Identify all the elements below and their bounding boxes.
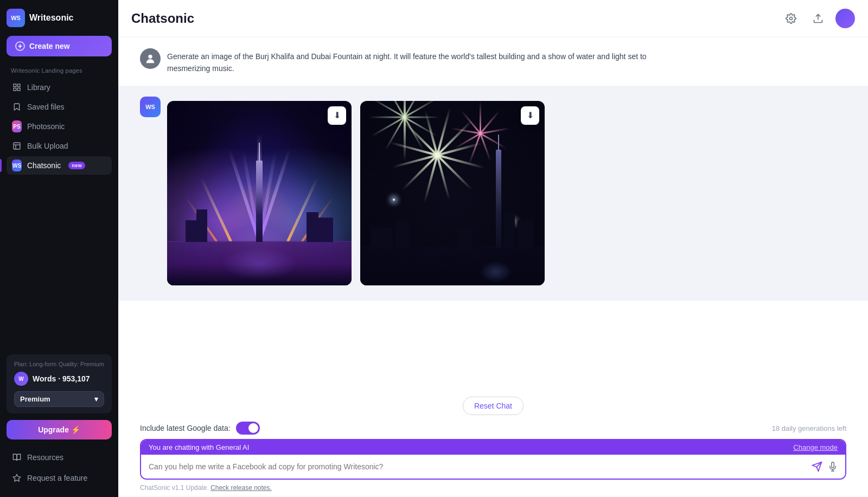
chat-input-header: You are chatting with General AI Change … bbox=[141, 440, 845, 455]
premium-dropdown[interactable]: Premium ▾ bbox=[14, 391, 104, 407]
words-icon: W bbox=[14, 372, 28, 386]
svg-rect-1 bbox=[17, 84, 20, 87]
logo-icon: WS bbox=[7, 9, 25, 27]
chat-input-row bbox=[141, 455, 845, 479]
page-title: Chatsonic bbox=[131, 11, 194, 26]
sidebar-item-library[interactable]: Library bbox=[7, 78, 112, 97]
star-icon bbox=[12, 473, 22, 483]
sidebar-item-photosonic[interactable]: PS Photosonic bbox=[7, 117, 112, 136]
sidebar-item-request-feature[interactable]: Request a feature bbox=[7, 469, 112, 487]
bulk-upload-icon bbox=[12, 141, 22, 151]
svg-rect-3 bbox=[17, 88, 20, 91]
upload-button[interactable] bbox=[808, 9, 828, 28]
user-message: Generate an image of the Burj Khalifa an… bbox=[118, 37, 868, 86]
sidebar-item-bulk-upload[interactable]: Bulk Upload bbox=[7, 137, 112, 155]
chat-mode-label: You are chatting with General AI bbox=[149, 443, 249, 451]
change-mode-link[interactable]: Change mode bbox=[793, 443, 838, 451]
chatsonic-label: Chatsonic bbox=[27, 161, 61, 170]
image-card-fireworks: ⬇ bbox=[360, 101, 545, 285]
quality-label: Quality: Premium bbox=[59, 361, 104, 367]
main-content: Chatsonic Generate an image of the Burj … bbox=[118, 0, 868, 497]
reset-chat-button[interactable]: Reset Chat bbox=[463, 397, 524, 415]
resources-label: Resources bbox=[27, 453, 63, 462]
toggle-thumb bbox=[248, 423, 258, 433]
sidebar-bottom-items: Resources Request a feature bbox=[7, 448, 112, 488]
topbar: Chatsonic bbox=[118, 0, 868, 37]
app-name: Writesonic bbox=[29, 13, 74, 23]
plan-row: Plan: Long-form Quality: Premium bbox=[14, 361, 104, 367]
svg-rect-4 bbox=[14, 143, 20, 149]
svg-point-8 bbox=[790, 17, 793, 20]
svg-point-10 bbox=[148, 55, 152, 59]
svg-marker-7 bbox=[13, 474, 20, 481]
generations-left: 18 daily generations left bbox=[772, 424, 846, 432]
upgrade-label: Upgrade ⚡ bbox=[38, 425, 80, 434]
grid-icon bbox=[12, 82, 22, 92]
google-data-toggle[interactable] bbox=[236, 422, 260, 435]
svg-rect-2 bbox=[14, 88, 16, 91]
chevron-down-icon: ▾ bbox=[94, 395, 98, 403]
upgrade-button[interactable]: Upgrade ⚡ bbox=[7, 420, 112, 439]
release-notes-link[interactable]: Check release notes. bbox=[210, 484, 272, 492]
release-notes-text: ChatSonic v1.1 Update. bbox=[140, 484, 209, 492]
library-label: Library bbox=[27, 83, 50, 92]
saved-files-label: Saved files bbox=[27, 103, 64, 111]
book-icon bbox=[12, 453, 22, 462]
send-button[interactable] bbox=[812, 461, 822, 472]
plan-label: Plan: Long-form bbox=[14, 361, 56, 367]
topbar-actions bbox=[781, 9, 855, 28]
plan-box: Plan: Long-form Quality: Premium W Words… bbox=[7, 354, 112, 413]
section-label: Writesonic Landing pages bbox=[7, 67, 112, 74]
photosonic-icon: PS bbox=[12, 122, 22, 131]
user-avatar bbox=[140, 48, 161, 69]
chat-controls: Reset Chat Include latest Google data: 1… bbox=[118, 390, 868, 497]
premium-label: Premium bbox=[20, 395, 50, 403]
svg-rect-0 bbox=[14, 84, 16, 87]
avatar[interactable] bbox=[835, 9, 855, 28]
chatsonic-icon: WS bbox=[12, 161, 22, 170]
settings-button[interactable] bbox=[781, 9, 801, 28]
sidebar: WS Writesonic + Create new Writesonic La… bbox=[0, 0, 118, 497]
download-btn-2[interactable]: ⬇ bbox=[521, 106, 539, 125]
create-new-button[interactable]: + Create new bbox=[7, 36, 112, 56]
sidebar-logo: WS Writesonic bbox=[7, 9, 112, 27]
image-card-fountain: ⬇ bbox=[167, 101, 352, 285]
bulk-upload-label: Bulk Upload bbox=[27, 142, 68, 150]
sidebar-item-resources[interactable]: Resources bbox=[7, 448, 112, 467]
photosonic-label: Photosonic bbox=[27, 122, 65, 131]
release-notes: ChatSonic v1.1 Update. Check release not… bbox=[140, 484, 846, 497]
google-data-row: Include latest Google data: 18 daily gen… bbox=[140, 422, 846, 435]
new-badge: new bbox=[68, 162, 85, 169]
plus-circle-icon: + bbox=[15, 41, 25, 51]
words-label: Words · 953,107 bbox=[33, 374, 90, 383]
google-data-text: Include latest Google data: bbox=[140, 424, 231, 432]
chat-input-wrapper: You are chatting with General AI Change … bbox=[140, 439, 846, 480]
chat-input[interactable] bbox=[149, 462, 806, 471]
request-feature-label: Request a feature bbox=[27, 474, 87, 482]
words-row: W Words · 953,107 bbox=[14, 372, 104, 386]
create-new-label: Create new bbox=[29, 42, 70, 50]
user-message-text: Generate an image of the Burj Khalifa an… bbox=[167, 48, 655, 75]
mic-button[interactable] bbox=[828, 462, 838, 471]
google-data-label: Include latest Google data: bbox=[140, 422, 260, 435]
ws-avatar: WS bbox=[140, 97, 161, 117]
download-btn-1[interactable]: ⬇ bbox=[328, 106, 346, 125]
images-grid: ⬇ bbox=[167, 97, 545, 290]
chat-area: Generate an image of the Burj Khalifa an… bbox=[118, 37, 868, 390]
sidebar-item-chatsonic[interactable]: WS Chatsonic new bbox=[7, 156, 112, 175]
ai-response: WS bbox=[118, 86, 868, 301]
sidebar-item-saved-files[interactable]: Saved files bbox=[7, 98, 112, 116]
bookmark-icon bbox=[12, 102, 22, 112]
